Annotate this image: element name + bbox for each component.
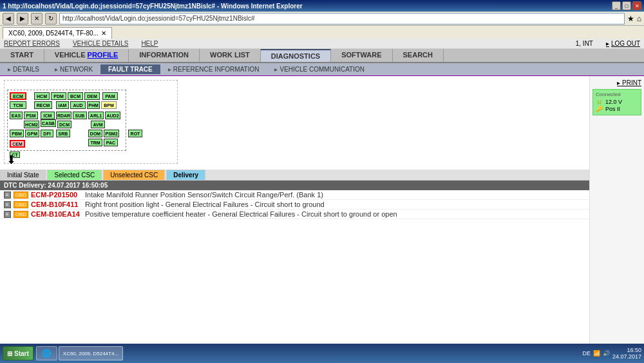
windows-icon: ⊞ [7,350,12,357]
ecu-box-iam[interactable]: IAM [56,101,69,109]
subnav-network[interactable]: ▸ NETWORK [47,64,100,74]
main-navigation: START VEHICLE PROFILE INFORMATION WORK L… [0,49,644,63]
tab-unselected-csc[interactable]: Unselected CSC [103,170,165,180]
menu-vehicle-details[interactable]: VEHICLE DETAILS [73,40,129,47]
left-panel: ECMTCMHCMPDMBCMDEMPAMRECMIAMAUDPHMBPMEAS… [0,76,589,363]
nav-search[interactable]: SEARCH [393,49,444,62]
logout-link[interactable]: ▸LOG OUT [606,40,640,47]
ecu-box-pbm[interactable]: PBM [10,130,24,137]
ecu-box-icm[interactable]: ICM [41,112,55,119]
forward-button[interactable]: ▶ [17,13,28,25]
ecu-box-avm[interactable]: AVM [91,121,105,128]
home-icon[interactable]: ⌂ [637,14,641,23]
battery-icon: 🔋 [596,99,603,105]
menu-report-errors[interactable]: REPORT ERRORS [4,40,60,47]
nav-software[interactable]: SOFTWARE [331,49,392,62]
subnav-vehicle-comm[interactable]: ▸ VEHICLE COMMUNICATION [267,64,372,74]
ecu-box-rot[interactable]: ROT [128,130,142,137]
ecu-box-casb[interactable]: CASB [41,119,56,127]
dtc-code-3: CEM-B10EA14 [31,210,82,218]
app-container: 1 http://localhost/Vida/Login.do;jsessio… [0,0,644,363]
table-row[interactable]: ≡ OBD CEM-B10EA14 Positive temperature c… [0,210,589,219]
subnav-reference-info[interactable]: ▸ REFERENCE INFORMATION [160,64,267,74]
ecu-box-srb[interactable]: SRB [56,130,70,137]
dtc-obd-icon-2: OBD [14,201,28,208]
dtc-icon-2: ≡ [4,201,11,208]
ecu-box-hcm2[interactable]: HCM2 [24,121,39,128]
dtc-code-2: CEM-B10F411 [31,201,82,208]
taskbar: ⊞ Start 🌐 XC60, 2009, D5244T4... DE 📶 🔊 … [0,344,644,363]
nav-start[interactable]: START [0,49,44,62]
minimize-button[interactable]: _ [612,1,621,10]
ecu-box-tcm[interactable]: TCM [10,101,26,109]
ecu-box-aud[interactable]: AUD [70,101,86,109]
title-bar: 1 http://localhost/Vida/Login.do;jsessio… [0,0,644,12]
tab-initial-state[interactable]: Initial State [0,170,46,180]
start-button[interactable]: ⊞ Start [3,346,33,360]
ecu-box-eas[interactable]: EAS [10,112,23,119]
ignition-status: 🔑 Pos II [596,106,638,112]
ecu-box-pac[interactable]: PAC [104,139,118,146]
dtc-list: ≡ OBD ECM-P201500 Intake Manifold Runner… [0,190,589,219]
ecu-diagram-area: ECMTCMHCMPDMBCMDEMPAMRECMIAMAUDPHMBPMEAS… [0,76,589,170]
right-sidebar: ▸ PRINT Connected 🔋 12.0 V 🔑 Pos II [589,76,644,363]
ecu-box-cem[interactable]: CEM [10,140,25,148]
table-row[interactable]: ≡ OBD ECM-P201500 Intake Manifold Runner… [0,190,589,200]
tab-close-icon[interactable]: ✕ [101,30,106,37]
ecu-box-rdar[interactable]: RDAR [56,112,71,119]
taskbar-ie-app[interactable]: 🌐 [36,346,57,360]
ecu-box-dem[interactable]: DEM [84,92,100,100]
refresh-button[interactable]: ↻ [45,13,57,25]
ecu-box-arl1[interactable]: ARL1 [88,112,104,119]
nav-diagnostics[interactable]: DIAGNOSTICS [261,49,331,62]
session-info: 1, INT [576,40,593,47]
back-button[interactable]: ◀ [3,13,14,25]
dtc-header: DTC Delivery: 24.07.2017 16:50:05 [0,181,589,190]
sub-navigation: ▸ DETAILS ▸ NETWORK FAULT TRACE ▸ REFERE… [0,63,644,76]
close-button[interactable]: ✕ [632,1,641,10]
ecu-box-pam[interactable]: PAM [102,92,118,100]
ecu-box-dcm[interactable]: DCM [57,121,71,128]
browser-nav-bar: ◀ ▶ ✕ ↻ http://localhost/Vida/Login.do;j… [0,12,644,26]
nav-work-list[interactable]: WORK LIST [200,49,261,62]
ecu-box-bpm[interactable]: BPM [101,101,117,109]
subnav-details[interactable]: ▸ DETAILS [0,64,47,74]
print-arrow-icon: ▸ [617,79,620,86]
taskbar-vida-window[interactable]: XC60, 2009, D5244T4... [59,346,123,360]
ecu-box-pdm[interactable]: PDM [51,92,66,100]
dtc-code-1: ECM-P201500 [31,191,82,199]
favorites-icon[interactable]: ★ [627,14,634,23]
table-row[interactable]: ≡ OBD CEM-B10F411 Right front position l… [0,200,589,210]
address-bar[interactable]: http://localhost/Vida/Login.do;jsessioni… [59,13,625,25]
ecu-box-psm[interactable]: PSM [24,112,38,119]
ecu-box-aud2[interactable]: AUD2 [105,112,120,119]
ecu-box-sub[interactable]: SUB [73,112,87,119]
nav-vehicle-profile[interactable]: VEHICLE PROFILE [44,49,129,62]
nav-information[interactable]: INFORMATION [129,49,200,62]
ecu-box-ecm[interactable]: ECM [10,92,26,100]
ecu-box-psm2[interactable]: PSM2 [104,130,119,137]
print-button[interactable]: ▸ PRINT [617,79,641,86]
volume-icon: 🔊 [603,350,610,357]
status-panel: Connected 🔋 12.0 V 🔑 Pos II [592,89,641,115]
dtc-tabs: Initial State Selected CSC Unselected CS… [0,170,589,181]
tab-selected-csc[interactable]: Selected CSC [47,170,102,180]
download-arrow-icon[interactable]: ⬇ [6,153,16,167]
ecu-box-gpm[interactable]: GPM [25,130,39,137]
stop-button[interactable]: ✕ [31,13,43,25]
ecu-box-phm[interactable]: PHM [87,101,100,109]
subnav-fault-trace[interactable]: FAULT TRACE [100,64,160,74]
ecu-box-dom[interactable]: DOM [88,130,102,137]
ecu-box-hcm[interactable]: HCM [34,92,50,100]
menu-help[interactable]: HELP [141,40,158,47]
ecu-box-bcm[interactable]: BCM [68,92,83,100]
tab-delivery[interactable]: Delivery [166,170,205,180]
connection-label: Connected [596,92,638,97]
dtc-desc-2: Right front position light - General Ele… [85,201,325,208]
browser-tab-active[interactable]: XC60, 2009, D5244T4, TF-80... ✕ [3,27,112,39]
maximize-button[interactable]: □ [622,1,631,10]
ecu-box-recm[interactable]: RECM [34,101,52,109]
dtc-desc-3: Positive temperature coefficient heater … [85,210,397,218]
ecu-box-trm[interactable]: TRM [88,139,102,146]
ecu-box-dfi[interactable]: DFI [41,130,53,137]
